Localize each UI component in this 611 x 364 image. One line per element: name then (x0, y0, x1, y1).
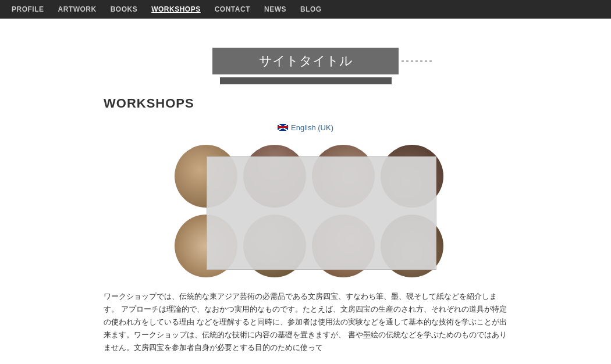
main-nav: PROFILE ARTWORK BOOKS WORKSHOPS CONTACT … (0, 0, 611, 19)
uk-flag-icon (278, 124, 288, 131)
gallery-overlay-card (207, 156, 436, 270)
english-uk-link[interactable]: English (UK) (278, 123, 333, 132)
gallery-area (175, 145, 436, 279)
nav-profile[interactable]: PROFILE (12, 5, 44, 13)
nav-artwork[interactable]: ARTWORK (58, 5, 97, 13)
main-content: WORKSHOPS English (UK) ワークショップでは、伝統的な東アジ… (0, 96, 611, 354)
language-selector[interactable]: English (UK) (104, 123, 507, 133)
header-banner: サイトタイトル (0, 48, 611, 84)
site-title: サイトタイトル (212, 48, 399, 74)
page-heading: WORKSHOPS (104, 96, 507, 111)
workshop-description: ワークショップでは、伝統的な東アジア芸術の必需品である文房四宝、すなわち筆、墨、… (104, 290, 507, 354)
nav-workshops[interactable]: WORKSHOPS (151, 5, 201, 13)
nav-books[interactable]: BOOKS (111, 5, 138, 13)
nav-blog[interactable]: BLOG (300, 5, 322, 13)
nav-contact[interactable]: CONTACT (215, 5, 250, 13)
nav-news[interactable]: NEWS (264, 5, 286, 13)
subtitle-bar (220, 77, 392, 84)
